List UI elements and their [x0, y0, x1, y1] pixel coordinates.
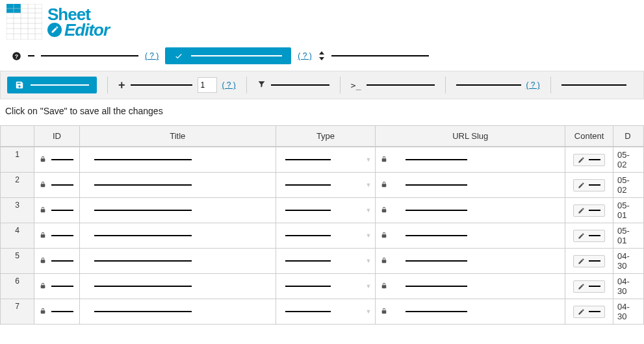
check-icon [174, 51, 183, 60]
cell-slug[interactable] [376, 299, 565, 324]
edit-content-button[interactable] [573, 154, 605, 166]
cell-title[interactable] [80, 173, 276, 197]
cell-title[interactable] [80, 223, 276, 248]
filter-icon[interactable] [257, 80, 266, 90]
cell-content[interactable] [565, 223, 613, 248]
cell-title[interactable] [80, 198, 276, 223]
help-link[interactable]: ( ? ) [298, 51, 311, 60]
table-row: 3 ▼ 05-01 [1, 198, 644, 223]
cell-type[interactable]: ▼ [276, 249, 376, 273]
col-header-slug[interactable]: URL Slug [376, 126, 565, 146]
cell-date[interactable]: 05-01 [613, 223, 644, 248]
divider [445, 77, 446, 93]
edit-content-button[interactable] [573, 179, 605, 191]
cell-title[interactable] [80, 274, 276, 299]
cell-date[interactable]: 05-01 [613, 198, 644, 223]
cell-id[interactable] [34, 173, 80, 197]
redacted-label [28, 55, 34, 56]
redacted-label [271, 84, 329, 86]
cell-date[interactable]: 04-30 [613, 249, 644, 273]
table-row: 6 ▼ 04-30 [1, 274, 644, 299]
cell-content[interactable] [565, 198, 613, 223]
divider [246, 77, 247, 93]
lock-icon [40, 155, 46, 165]
pencil-icon [578, 207, 585, 214]
cell-id[interactable] [34, 147, 80, 172]
lock-icon [40, 256, 46, 266]
cell-type[interactable]: ▼ [276, 299, 376, 324]
row-number[interactable]: 2 [1, 173, 34, 197]
cell-date[interactable]: 04-30 [613, 274, 644, 299]
redacted-label [41, 55, 138, 56]
cell-content[interactable] [565, 249, 613, 273]
cell-id[interactable] [34, 299, 80, 324]
cell-type[interactable]: ▼ [276, 223, 376, 248]
lock-icon [381, 155, 387, 165]
cell-slug[interactable] [376, 223, 565, 248]
dropdown-arrow-icon: ▼ [365, 207, 371, 214]
redacted-label [131, 84, 192, 86]
row-number[interactable]: 1 [1, 147, 34, 172]
cell-type[interactable]: ▼ [276, 274, 376, 299]
col-header-rownum[interactable] [1, 126, 34, 146]
cell-slug[interactable] [376, 173, 565, 197]
help-link[interactable]: ( ? ) [222, 80, 236, 90]
cell-type[interactable]: ▼ [276, 147, 376, 172]
help-link[interactable]: ( ? ) [526, 80, 540, 90]
row-number[interactable]: 3 [1, 198, 34, 223]
col-header-date[interactable]: D [613, 126, 644, 146]
edit-content-button[interactable] [573, 306, 605, 318]
cell-id[interactable] [34, 198, 80, 223]
cell-title[interactable] [80, 299, 276, 324]
cell-date[interactable]: 05-02 [613, 173, 644, 197]
row-number[interactable]: 4 [1, 223, 34, 248]
cell-content[interactable] [565, 173, 613, 197]
sort-icon[interactable] [318, 51, 325, 60]
cell-title[interactable] [80, 147, 276, 172]
terminal-icon[interactable]: >_ [351, 80, 361, 90]
cell-content[interactable] [565, 299, 613, 324]
cell-slug[interactable] [376, 274, 565, 299]
col-header-id[interactable]: ID [34, 126, 80, 146]
pencil-icon [578, 156, 585, 164]
cell-date[interactable]: 04-30 [613, 299, 644, 324]
svg-text:?: ? [15, 53, 18, 59]
cell-id[interactable] [34, 274, 80, 299]
edit-content-button[interactable] [573, 255, 605, 267]
row-number[interactable]: 7 [1, 299, 34, 324]
redacted-label [331, 55, 429, 56]
cell-slug[interactable] [376, 198, 565, 223]
dropdown-arrow-icon: ▼ [365, 156, 371, 163]
add-rows-icon[interactable]: + [118, 79, 125, 92]
col-header-title[interactable]: Title [80, 126, 276, 146]
col-header-type[interactable]: Type [276, 126, 376, 146]
cell-content[interactable] [565, 147, 613, 172]
cell-id[interactable] [34, 249, 80, 273]
lock-icon [381, 282, 387, 291]
save-button[interactable] [7, 77, 97, 93]
cell-type[interactable]: ▼ [276, 173, 376, 197]
cell-slug[interactable] [376, 147, 565, 172]
edit-content-button[interactable] [573, 230, 605, 242]
col-header-content[interactable]: Content [565, 126, 613, 146]
dropdown-arrow-icon: ▼ [365, 232, 371, 239]
apply-button[interactable] [165, 47, 291, 64]
edit-content-button[interactable] [573, 204, 605, 217]
edit-content-button[interactable] [573, 280, 605, 293]
pencil-icon [578, 258, 585, 265]
cell-date[interactable]: 05-02 [613, 147, 644, 172]
cell-slug[interactable] [376, 249, 565, 273]
cell-type[interactable]: ▼ [276, 198, 376, 223]
cell-id[interactable] [34, 223, 80, 248]
row-number[interactable]: 6 [1, 274, 34, 299]
lock-icon [381, 206, 387, 215]
cell-title[interactable] [80, 249, 276, 273]
help-icon[interactable]: ? [12, 51, 21, 61]
row-number[interactable]: 5 [1, 249, 34, 273]
table-row: 7 ▼ 04-30 [1, 299, 644, 325]
cell-content[interactable] [565, 274, 613, 299]
table-row: 1 ▼ 05-02 [1, 147, 644, 173]
help-link[interactable]: ( ? ) [145, 51, 159, 60]
toolbar-primary: ? ( ? ) ( ? ) [0, 43, 644, 71]
rows-count-input[interactable] [198, 77, 217, 93]
